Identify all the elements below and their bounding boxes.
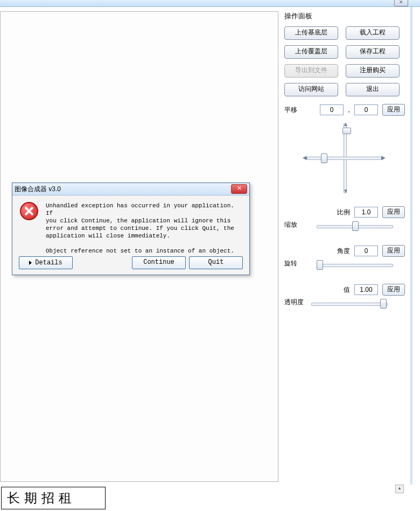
opacity-group: 值 应用 透明度: [282, 284, 407, 309]
translate-separator: ，: [346, 106, 352, 115]
upload-overlay-layer-button[interactable]: 上传覆盖层: [284, 45, 338, 59]
rotate-group: 角度 应用 旋转: [282, 245, 407, 270]
opacity-apply-button[interactable]: 应用: [382, 284, 405, 296]
error-icon: [20, 202, 38, 220]
rotate-apply-button[interactable]: 应用: [382, 245, 405, 257]
rotate-input[interactable]: [354, 246, 378, 256]
scale-value-label: 比例: [337, 208, 350, 217]
upload-base-layer-button[interactable]: 上传基底层: [284, 26, 338, 40]
opacity-value-label: 值: [344, 285, 350, 295]
dialog-quit-button[interactable]: Quit: [189, 256, 243, 269]
window-right-edge: [410, 7, 412, 485]
load-project-button[interactable]: 载入工程: [346, 26, 400, 40]
rotate-title: 旋转: [284, 259, 304, 268]
expand-right-icon: [29, 261, 32, 265]
arrow-right-icon: ▶: [381, 155, 386, 160]
translate-y-input[interactable]: [354, 104, 378, 115]
exit-button[interactable]: 退出: [346, 83, 400, 96]
window-close-button[interactable]: ✕: [394, 0, 408, 6]
visit-website-button[interactable]: 访问网站: [284, 83, 338, 96]
register-buy-button[interactable]: 注册购买: [346, 64, 400, 78]
opacity-slider[interactable]: [311, 299, 405, 309]
dialog-details-button[interactable]: Details: [19, 256, 73, 269]
dialog-close-button[interactable]: ✕: [231, 184, 247, 194]
dialog-details-label: Details: [35, 257, 62, 268]
client-area: 操作面板 上传基底层 载入工程 上传覆盖层 保存工程 导出到文件 注册购买 访问…: [0, 7, 420, 485]
scale-slider[interactable]: [317, 221, 405, 231]
translate-apply-button[interactable]: 应用: [382, 104, 405, 116]
translate-group: 平移 ， 应用 ▲ ▼ ◀ ▶: [282, 104, 407, 192]
rotate-slider[interactable]: [317, 260, 405, 270]
window-titlebar: ✕: [0, 0, 420, 7]
error-dialog: 图像合成器 v3.0 ✕ Unhandled exception has occ…: [12, 183, 250, 275]
opacity-title: 透明度: [284, 298, 304, 307]
panel-title: 操作面板: [284, 11, 407, 21]
scale-apply-button[interactable]: 应用: [382, 206, 405, 218]
save-project-button[interactable]: 保存工程: [346, 45, 400, 59]
panel-button-grid: 上传基底层 载入工程 上传覆盖层 保存工程 导出到文件 注册购买 访问网站 退出: [282, 26, 407, 96]
translate-x-input[interactable]: [320, 104, 344, 115]
dialog-title-text: 图像合成器 v3.0: [15, 185, 61, 194]
arrow-down-icon: ▼: [343, 188, 348, 194]
dialog-continue-button[interactable]: Continue: [132, 256, 186, 269]
dialog-titlebar[interactable]: 图像合成器 v3.0 ✕: [12, 183, 249, 195]
arrow-up-icon: ▲: [343, 121, 348, 127]
translate-v-thumb[interactable]: [342, 128, 351, 134]
translate-label: 平移: [284, 106, 304, 115]
scale-group: 比例 应用 缩放: [282, 206, 407, 231]
scale-input[interactable]: [354, 207, 378, 218]
ad-banner: 长期招租: [1, 487, 106, 509]
scroll-up-button[interactable]: ▲: [395, 485, 404, 493]
bottom-bar: ▲ 长期招租: [0, 485, 420, 511]
rotate-value-label: 角度: [337, 247, 350, 256]
arrow-left-icon: ◀: [303, 155, 307, 160]
translate-joystick[interactable]: ▲ ▼ ◀ ▶: [307, 123, 382, 192]
export-to-file-button: 导出到文件: [284, 64, 338, 78]
scale-title: 缩放: [284, 220, 304, 229]
translate-h-thumb[interactable]: [321, 153, 327, 163]
control-panel: 操作面板 上传基底层 载入工程 上传覆盖层 保存工程 导出到文件 注册购买 访问…: [282, 11, 407, 482]
opacity-input[interactable]: [354, 284, 378, 295]
dialog-message: Unhandled exception has occurred in your…: [46, 202, 242, 255]
